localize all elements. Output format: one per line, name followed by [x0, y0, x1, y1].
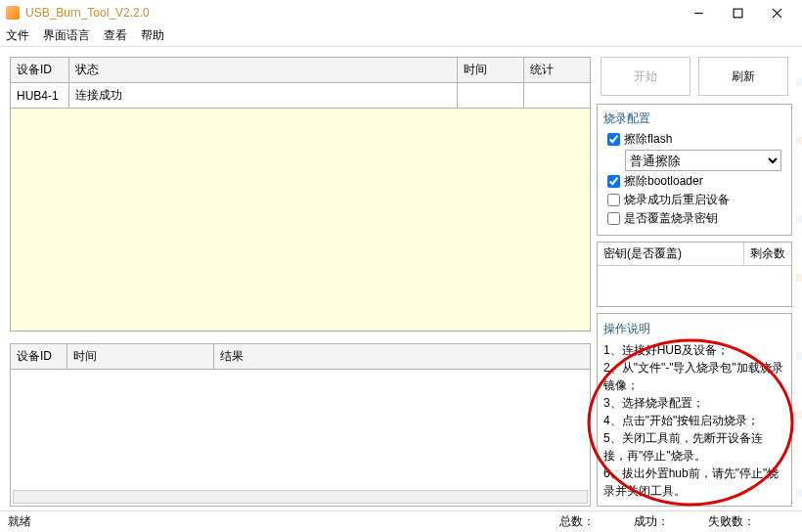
instructions-title: 操作说明	[603, 320, 785, 337]
window-title: USB_Burn_Tool_V2.2.0	[25, 6, 679, 20]
instructions-panel: 操作说明 1、连接好HUB及设备； 2、从"文件"-"导入烧录包"加载烧录镜像；…	[597, 313, 792, 507]
menu-bar: 文件 界面语言 查看 帮助	[0, 25, 802, 47]
device-area	[10, 109, 591, 332]
instruction-line: 3、选择烧录配置；	[603, 394, 785, 412]
erase-flash-checkbox[interactable]	[607, 133, 620, 146]
instruction-line: 6、拔出外置hub前，请先"停止"烧录并关闭工具。	[603, 465, 785, 500]
menu-file[interactable]: 文件	[6, 27, 29, 44]
instruction-line: 5、关闭工具前，先断开设备连接，再"停止"烧录。	[603, 429, 785, 465]
col-device-id: 设备ID	[11, 58, 69, 83]
key-col-name: 密钥(是否覆盖)	[598, 243, 744, 265]
burn-config-title: 烧录配置	[603, 111, 785, 127]
svg-rect-1	[734, 9, 742, 18]
instruction-line: 1、连接好HUB及设备；	[603, 341, 785, 359]
erase-bootloader-label: 擦除bootloader	[624, 173, 703, 190]
log-col-id: 设备ID	[11, 344, 67, 370]
table-row[interactable]: HUB4-1 连接成功	[11, 83, 591, 109]
key-col-remain: 剩余数	[744, 243, 791, 265]
cell-device-id: HUB4-1	[11, 83, 69, 109]
horizontal-scrollbar[interactable]	[13, 490, 588, 504]
app-icon	[6, 6, 20, 20]
burn-config-panel: 烧录配置 擦除flash 普通擦除 擦除bootloader 烧录成功后重启设备…	[597, 104, 792, 236]
col-stat: 统计	[524, 58, 591, 83]
reboot-after-label: 烧录成功后重启设备	[624, 192, 730, 208]
overwrite-key-checkbox[interactable]	[607, 212, 620, 225]
cell-stat	[524, 83, 591, 109]
log-col-time: 时间	[67, 344, 214, 370]
erase-bootloader-checkbox[interactable]	[607, 175, 620, 188]
maximize-button[interactable]	[718, 1, 757, 24]
log-table-header: 设备ID 时间 结果	[10, 343, 591, 370]
col-time: 时间	[458, 58, 524, 83]
close-button[interactable]	[757, 1, 796, 24]
log-col-result: 结果	[214, 344, 591, 370]
left-column: 设备ID 状态 时间 统计 HUB4-1 连接成功 设备ID 时间 结果	[10, 57, 591, 507]
status-success: 成功：	[634, 513, 669, 530]
key-panel: 密钥(是否覆盖) 剩余数	[597, 242, 792, 307]
right-column: 开始 刷新 烧录配置 擦除flash 普通擦除 擦除bootloader 烧录成…	[597, 57, 792, 507]
overwrite-key-label: 是否覆盖烧录密钥	[624, 210, 718, 227]
side-strip	[796, 59, 802, 510]
cell-status: 连接成功	[69, 83, 458, 109]
refresh-button[interactable]: 刷新	[698, 57, 788, 96]
menu-view[interactable]: 查看	[104, 27, 127, 44]
cell-time	[458, 83, 524, 109]
erase-mode-select[interactable]: 普通擦除	[625, 150, 781, 171]
title-bar: USB_Burn_Tool_V2.2.0	[0, 0, 802, 25]
start-button[interactable]: 开始	[601, 57, 691, 96]
device-table: 设备ID 状态 时间 统计 HUB4-1 连接成功	[10, 57, 591, 109]
minimize-button[interactable]	[679, 1, 718, 24]
log-area	[10, 370, 591, 507]
col-status: 状态	[69, 58, 458, 83]
status-ready: 就绪	[8, 513, 31, 530]
status-fail: 失败数：	[708, 513, 755, 530]
menu-language[interactable]: 界面语言	[43, 27, 90, 44]
instruction-line: 4、点击"开始"按钮启动烧录；	[603, 412, 785, 429]
reboot-after-checkbox[interactable]	[607, 194, 620, 206]
erase-flash-label: 擦除flash	[624, 131, 672, 148]
status-bar: 就绪 总数： 成功： 失败数：	[0, 510, 802, 532]
status-total: 总数：	[559, 513, 595, 530]
instruction-line: 2、从"文件"-"导入烧录包"加载烧录镜像；	[603, 359, 785, 394]
menu-help[interactable]: 帮助	[141, 27, 164, 44]
